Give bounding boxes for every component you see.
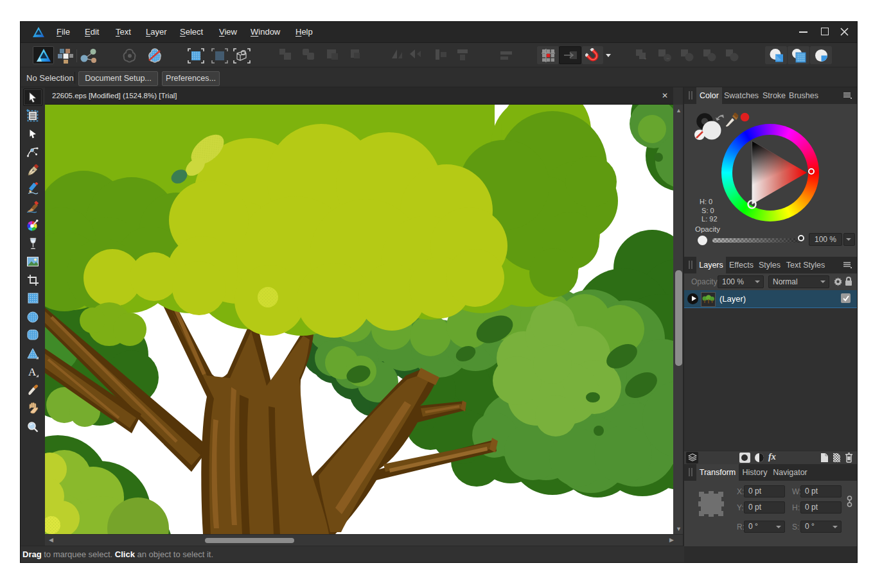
svg-text:+: + xyxy=(644,56,647,62)
svg-text:−: − xyxy=(666,55,669,62)
svg-text:A: A xyxy=(28,366,37,377)
